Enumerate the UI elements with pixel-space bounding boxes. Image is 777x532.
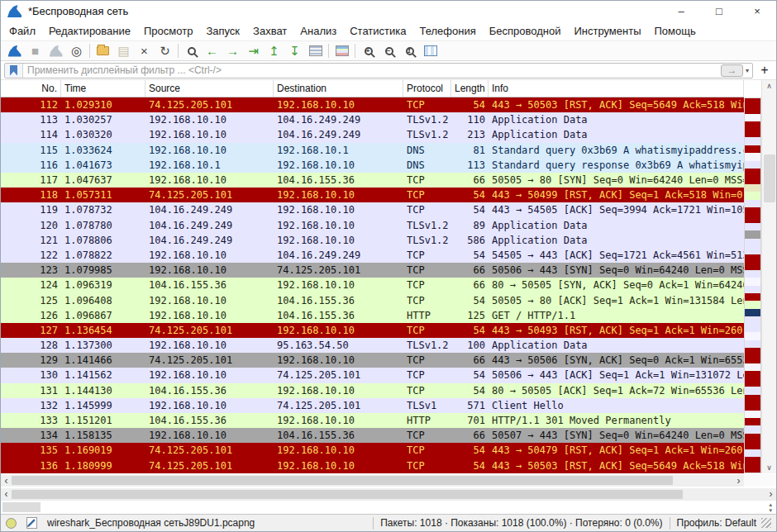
packet-row[interactable]: 1271.13645474.125.205.101192.168.10.10TC… [1,323,744,338]
scrollbar-corner [744,474,776,486]
reload-file-button[interactable]: ↻ [155,42,175,59]
open-file-button[interactable] [93,42,113,59]
save-file-button[interactable]: ▤ [113,42,134,59]
packet-row[interactable]: 1361.18099974.125.205.101192.168.10.10TC… [1,458,744,473]
go-to-packet-button[interactable]: ⇥ [243,42,264,59]
column-header-proto[interactable]: Protocol [403,80,451,97]
packet-minimap[interactable] [744,97,761,473]
menu-item-7[interactable]: Телефония [412,25,482,37]
filter-dropdown-caret-icon[interactable]: ▾ [746,67,749,74]
scroll-left-icon[interactable]: ‹ [1,489,12,499]
packet-row[interactable]: 1121.02931074.125.205.101192.168.10.10TC… [1,97,744,112]
scroll-up-icon[interactable]: ∧ [762,82,776,90]
resize-grip[interactable] [761,518,771,528]
scroll-left-icon[interactable]: ‹ [1,476,12,486]
tiny-up-icon[interactable]: ▴ [769,501,772,507]
capture-comment-icon[interactable] [26,517,37,529]
menu-item-5[interactable]: Анализ [293,25,343,37]
packet-row[interactable]: 1251.096408192.168.10.10104.16.155.36TCP… [1,292,744,307]
menu-item-8[interactable]: Беспроводной [483,25,568,37]
maximize-button[interactable]: □ [700,1,738,21]
packet-row[interactable]: 1311.144130104.16.155.36192.168.10.10TCP… [1,383,744,398]
zoom-out-button[interactable]: − [379,42,399,59]
packet-row[interactable]: 1171.047637192.168.10.10104.16.155.36TCP… [1,173,744,188]
go-forward-button[interactable]: → [222,42,243,59]
cell-info: 50505 → 80 [ACK] Seq=1 Ack=1 Win=131584 … [489,295,744,306]
close-file-button[interactable]: × [134,42,155,59]
packet-row[interactable]: 1321.145999192.168.10.1074.125.205.101TL… [1,398,744,413]
cell-proto: TCP [403,354,451,366]
vertical-scrollbar-thumb[interactable] [764,154,775,202]
packet-row[interactable]: 1151.033624192.168.10.10192.168.10.1DNS8… [1,143,744,158]
packet-row[interactable]: 1211.078806104.16.249.249192.168.10.10TL… [1,233,744,248]
find-packet-button[interactable] [181,42,202,59]
restart-capture-button[interactable] [45,42,66,59]
cell-len: 54 [451,204,489,216]
stop-capture-button[interactable]: ■ [25,42,45,59]
apply-filter-button[interactable]: → [721,64,743,77]
zoom-in-button[interactable]: + [358,42,379,59]
hscrollbar-track[interactable]: ‹ › [1,475,744,487]
resize-columns-button[interactable] [420,42,441,59]
scroll-right-icon[interactable]: › [733,476,744,486]
display-filter-input[interactable] [23,64,721,76]
profile-selector[interactable]: Профиль: Default [677,517,757,529]
packet-row[interactable]: 1281.137300192.168.10.1095.163.54.50TLSv… [1,338,744,353]
menu-item-9[interactable]: Инструменты [567,25,647,37]
packet-row[interactable]: 1351.16901974.125.205.101192.168.10.10TC… [1,443,744,458]
packet-row[interactable]: 1161.041673192.168.10.1192.168.10.10DNS1… [1,158,744,173]
menu-item-4[interactable]: Захват [246,25,293,37]
zoom-reset-button[interactable]: 1 [399,42,420,59]
tiny-down-icon[interactable]: ▾ [769,507,772,513]
vertical-scrollbar[interactable]: ∧ ∨ [761,80,776,473]
lower-hscrollbar-track[interactable]: ‹ › [1,488,776,500]
close-button[interactable]: × [738,1,776,21]
packet-row[interactable]: 1131.030257192.168.10.10104.16.249.249TL… [1,112,744,127]
lower-hscrollbar-thumb[interactable] [12,490,683,499]
packet-row[interactable]: 1221.078822192.168.10.10104.16.249.249TC… [1,248,744,263]
strip-scroll-arrows[interactable]: ▴▾ [769,501,772,513]
minimap-stripe [745,278,760,285]
column-header-time[interactable]: Time [61,80,145,97]
scroll-right-icon[interactable]: › [765,489,776,499]
column-header-dst[interactable]: Destination [274,80,403,97]
column-header-no[interactable]: No. [1,80,61,97]
menu-item-2[interactable]: Просмотр [137,25,199,37]
strip-scrollbar-thumb[interactable] [2,502,41,512]
title-bar: *Беспроводная сеть – □ × [1,1,776,21]
go-last-packet-button[interactable]: ↧ [284,42,305,59]
packet-row[interactable]: 1261.096867192.168.10.10104.16.155.36HTT… [1,308,744,323]
go-back-button[interactable]: ← [202,42,222,59]
packet-row[interactable]: 1241.096319104.16.155.36192.168.10.10TCP… [1,278,744,292]
cell-len: 89 [451,220,489,231]
packet-row[interactable]: 1291.14146674.125.205.101192.168.10.10TC… [1,353,744,368]
packet-row[interactable]: 1201.078780104.16.249.249192.168.10.10TL… [1,218,744,233]
minimize-button[interactable]: – [662,1,700,21]
menu-item-3[interactable]: Запуск [199,25,246,37]
colorize-button[interactable] [331,42,352,59]
scroll-down-icon[interactable]: ∨ [762,463,776,472]
menu-item-1[interactable]: Редактирование [42,25,137,37]
menu-item-6[interactable]: Статистика [343,25,412,37]
packet-row[interactable]: 1141.030320192.168.10.10104.16.249.249TL… [1,127,744,142]
hscrollbar-thumb[interactable] [12,476,673,485]
packet-row[interactable]: 1301.141562192.168.10.1074.125.205.101TC… [1,368,744,382]
packet-row[interactable]: 1191.078732104.16.249.249192.168.10.10TC… [1,202,744,217]
packet-row[interactable]: 1181.05731174.125.205.101192.168.10.10TC… [1,188,744,202]
cell-src: 192.168.10.10 [145,340,274,351]
packet-row[interactable]: 1331.151201104.16.155.36192.168.10.10HTT… [1,413,744,428]
add-filter-button[interactable]: + [756,63,773,78]
expert-info-icon[interactable] [6,518,17,529]
column-header-len[interactable]: Length [451,80,489,97]
auto-scroll-button[interactable] [305,42,326,59]
filter-bookmarks-button[interactable] [5,64,23,78]
column-header-info[interactable]: Info [489,80,744,97]
packet-row[interactable]: 1231.079985192.168.10.1074.125.205.101TC… [1,263,744,278]
menu-item-10[interactable]: Помощь [648,25,703,37]
column-header-src[interactable]: Source [145,80,274,97]
go-first-packet-button[interactable]: ↥ [264,42,284,59]
menu-item-0[interactable]: Файл [2,25,42,37]
packet-row[interactable]: 1341.158135192.168.10.10104.16.155.36TCP… [1,428,744,443]
capture-options-button[interactable]: ◎ [66,42,87,59]
start-capture-button[interactable] [4,42,25,59]
